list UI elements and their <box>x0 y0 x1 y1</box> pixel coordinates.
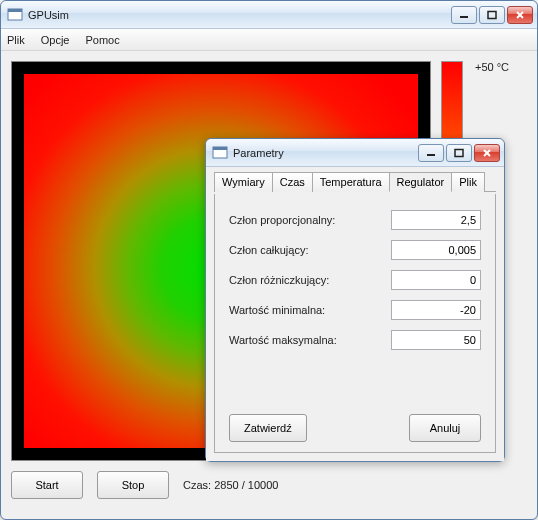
status-text: Czas: 2850 / 10000 <box>183 479 278 491</box>
dialog-title: Parametry <box>233 147 418 159</box>
minimize-button[interactable] <box>451 6 477 24</box>
start-button[interactable]: Start <box>11 471 83 499</box>
field-kp: Człon proporcjonalny: <box>229 210 481 230</box>
dialog-titlebar[interactable]: Parametry <box>206 139 504 167</box>
gap <box>315 414 401 442</box>
input-min[interactable] <box>391 300 481 320</box>
menu-help[interactable]: Pomoc <box>85 34 119 46</box>
dialog-minimize-button[interactable] <box>418 144 444 162</box>
input-max[interactable] <box>391 330 481 350</box>
tabpage-regulator: Człon proporcjonalny: Człon całkujący: C… <box>214 194 496 453</box>
bottom-row: Start Stop Czas: 2850 / 10000 <box>11 471 527 499</box>
field-max: Wartość maksymalna: <box>229 330 481 350</box>
tab-file[interactable]: Plik <box>451 172 485 192</box>
menu-file[interactable]: Plik <box>7 34 25 46</box>
input-ki[interactable] <box>391 240 481 260</box>
label-max: Wartość maksymalna: <box>229 334 391 346</box>
status-value: 2850 / 10000 <box>214 479 278 491</box>
svg-rect-3 <box>488 11 496 18</box>
dialog-window-controls <box>418 144 500 162</box>
field-kd: Człon różniczkujący: <box>229 270 481 290</box>
label-kd: Człon różniczkujący: <box>229 274 391 286</box>
main-window-controls <box>451 6 533 24</box>
dialog-icon <box>212 145 228 161</box>
tab-time[interactable]: Czas <box>272 172 313 192</box>
svg-rect-9 <box>455 149 463 156</box>
label-ki: Człon całkujący: <box>229 244 391 256</box>
menu-options[interactable]: Opcje <box>41 34 70 46</box>
spacer <box>229 360 481 406</box>
app-icon <box>7 7 23 23</box>
tab-regulator[interactable]: Regulator <box>389 172 453 192</box>
status-prefix: Czas: <box>183 479 214 491</box>
label-kp: Człon proporcjonalny: <box>229 214 391 226</box>
tabstrip: Wymiary Czas Temperatura Regulator Plik <box>214 171 496 192</box>
svg-rect-7 <box>213 147 227 150</box>
main-title: GPUsim <box>28 9 451 21</box>
menubar: Plik Opcje Pomoc <box>1 29 537 51</box>
parameters-dialog: Parametry Wymiary Czas Temperatura Regul… <box>205 138 505 462</box>
dialog-maximize-button[interactable] <box>446 144 472 162</box>
tab-temperature[interactable]: Temperatura <box>312 172 390 192</box>
svg-rect-1 <box>8 9 22 12</box>
cancel-button[interactable]: Anuluj <box>409 414 481 442</box>
stop-button[interactable]: Stop <box>97 471 169 499</box>
dialog-button-row: Zatwierdź Anuluj <box>229 406 481 442</box>
field-min: Wartość minimalna: <box>229 300 481 320</box>
dialog-client: Wymiary Czas Temperatura Regulator Plik … <box>206 167 504 461</box>
ok-button[interactable]: Zatwierdź <box>229 414 307 442</box>
input-kd[interactable] <box>391 270 481 290</box>
tab-dimensions[interactable]: Wymiary <box>214 172 273 192</box>
main-titlebar[interactable]: GPUsim <box>1 1 537 29</box>
field-ki: Człon całkujący: <box>229 240 481 260</box>
label-min: Wartość minimalna: <box>229 304 391 316</box>
dialog-close-button[interactable] <box>474 144 500 162</box>
maximize-button[interactable] <box>479 6 505 24</box>
input-kp[interactable] <box>391 210 481 230</box>
close-button[interactable] <box>507 6 533 24</box>
